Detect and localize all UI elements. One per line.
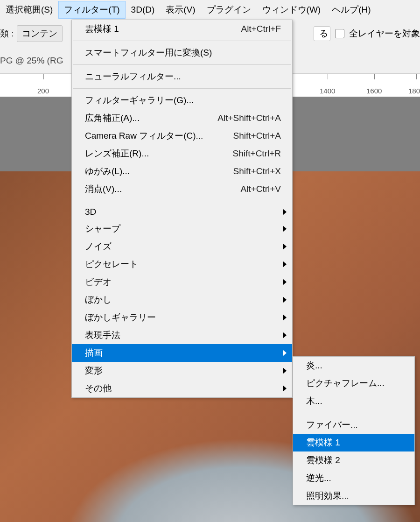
menu-separator	[73, 64, 291, 65]
menu-separator	[73, 201, 291, 201]
filter-distort-submenu[interactable]: 変形	[72, 362, 292, 380]
menu-label: シャープ	[85, 223, 120, 235]
ruler-tick: 1800	[408, 87, 420, 95]
menubar: 選択範囲(S) フィルター(T) 3D(D) 表示(V) プラグイン ウィンドウ…	[0, 0, 420, 20]
menu-label: スマートフィルター用に変換(S)	[85, 47, 212, 59]
ruler-tick: 1600	[366, 87, 382, 95]
all-layers-label: 全レイヤーを対象	[349, 28, 420, 40]
submenu-arrow-icon	[283, 279, 287, 285]
ruler-tick: 1400	[320, 87, 335, 95]
menu-shortcut: Shift+Ctrl+A	[233, 131, 281, 141]
menu-label: Camera Raw フィルター(C)...	[85, 130, 203, 142]
menu-shortcut: Shift+Ctrl+X	[233, 166, 281, 176]
menu-label: レンズ補正(R)...	[85, 148, 149, 160]
menu-label: ニューラルフィルター...	[85, 71, 181, 83]
filter-render-submenu[interactable]: 描画	[72, 344, 292, 362]
render-fibers[interactable]: ファイバー...	[293, 416, 414, 434]
submenu-arrow-icon	[283, 297, 287, 303]
menu-label: 表現手法	[85, 329, 120, 341]
document-title-text: PG @ 25% (RG	[0, 56, 63, 66]
menu-label: 雲模様 1	[85, 23, 119, 35]
menu-label: 描画	[85, 347, 103, 359]
menu-shortcut: Alt+Ctrl+V	[240, 184, 281, 194]
filter-last[interactable]: 雲模様 1 Alt+Ctrl+F	[72, 20, 292, 38]
menu-help[interactable]: ヘルプ(H)	[326, 1, 376, 19]
menu-filter[interactable]: フィルター(T)	[58, 1, 125, 19]
menu-plugins[interactable]: プラグイン	[201, 1, 257, 19]
filter-vanishing-point[interactable]: 消点(V)... Alt+Ctrl+V	[72, 180, 292, 198]
menu-view[interactable]: 表示(V)	[160, 1, 201, 19]
filter-other-submenu[interactable]: その他	[72, 380, 292, 397]
menu-label: 逆光...	[306, 472, 331, 484]
menu-label: 木...	[306, 395, 322, 407]
menu-label: 炎...	[306, 360, 322, 372]
menu-label: ノイズ	[85, 240, 112, 253]
submenu-arrow-icon	[283, 261, 287, 267]
render-clouds2[interactable]: 雲模様 2	[293, 451, 414, 469]
render-submenu: 炎... ピクチャフレーム... 木... ファイバー... 雲模様 1 雲模様…	[293, 356, 415, 505]
menu-label: 広角補正(A)...	[85, 112, 140, 124]
filter-blur-submenu[interactable]: ぼかし	[72, 291, 292, 309]
render-flame[interactable]: 炎...	[293, 357, 414, 374]
submenu-arrow-icon	[283, 368, 287, 374]
options-field-tail-text: る	[319, 28, 328, 40]
menu-label: ピクセレート	[85, 258, 138, 270]
render-tree[interactable]: 木...	[293, 392, 414, 410]
options-dropdown[interactable]: コンテン	[17, 25, 63, 42]
filter-noise-submenu[interactable]: ノイズ	[72, 238, 292, 255]
filter-stylize-submenu[interactable]: 表現手法	[72, 326, 292, 344]
filter-neural[interactable]: ニューラルフィルター...	[72, 68, 292, 85]
submenu-arrow-icon	[283, 226, 287, 232]
filter-sharpen-submenu[interactable]: シャープ	[72, 220, 292, 238]
menu-label: ピクチャフレーム...	[306, 377, 385, 389]
filter-lens-correction[interactable]: レンズ補正(R)... Shift+Ctrl+R	[72, 145, 292, 162]
menu-label: 変形	[85, 365, 103, 377]
render-clouds1[interactable]: 雲模様 1	[293, 434, 414, 451]
render-picture-frame[interactable]: ピクチャフレーム...	[293, 374, 414, 392]
submenu-arrow-icon	[283, 350, 287, 356]
menu-separator	[73, 88, 291, 89]
menu-window[interactable]: ウィンドウ(W)	[257, 1, 327, 19]
menu-label: 雲模様 1	[306, 437, 340, 449]
menu-label: ぼかし	[85, 294, 112, 306]
menu-label: 消点(V)...	[85, 183, 122, 195]
submenu-arrow-icon	[283, 315, 287, 320]
filter-dropdown: 雲模様 1 Alt+Ctrl+F スマートフィルター用に変換(S) ニューラルフ…	[71, 20, 293, 398]
menu-3d[interactable]: 3D(D)	[126, 2, 161, 18]
menu-separator	[73, 41, 291, 41]
menu-label: ビデオ	[85, 276, 112, 288]
menu-label: フィルターギャラリー(G)...	[85, 94, 194, 106]
menu-label: ゆがみ(L)...	[85, 165, 130, 177]
render-lighting[interactable]: 照明効果...	[293, 487, 414, 505]
menu-label: その他	[85, 382, 112, 395]
render-lens-flare[interactable]: 逆光...	[293, 469, 414, 487]
filter-liquify[interactable]: ゆがみ(L)... Shift+Ctrl+X	[72, 162, 292, 180]
filter-camera-raw[interactable]: Camera Raw フィルター(C)... Shift+Ctrl+A	[72, 127, 292, 145]
menu-shortcut: Alt+Ctrl+F	[241, 24, 281, 34]
menu-select[interactable]: 選択範囲(S)	[0, 1, 58, 19]
menu-shortcut: Shift+Ctrl+R	[233, 148, 281, 159]
menu-label: 3D	[85, 207, 96, 217]
filter-pixelate-submenu[interactable]: ピクセレート	[72, 255, 292, 273]
menu-separator	[294, 413, 413, 413]
submenu-arrow-icon	[283, 244, 287, 249]
ruler-tick: 200	[37, 87, 49, 95]
submenu-arrow-icon	[283, 209, 287, 215]
filter-video-submenu[interactable]: ビデオ	[72, 273, 292, 291]
submenu-arrow-icon	[283, 332, 287, 338]
menu-label: ぼかしギャラリー	[85, 311, 156, 324]
all-layers-checkbox[interactable]	[335, 29, 344, 38]
menu-label: 照明効果...	[306, 490, 349, 502]
menu-label: 雲模様 2	[306, 454, 340, 466]
filter-blur-gallery-submenu[interactable]: ぼかしギャラリー	[72, 309, 292, 326]
submenu-arrow-icon	[283, 386, 287, 391]
options-label: 類 :	[0, 28, 17, 40]
filter-wide-angle[interactable]: 広角補正(A)... Alt+Shift+Ctrl+A	[72, 109, 292, 127]
filter-gallery[interactable]: フィルターギャラリー(G)...	[72, 92, 292, 109]
filter-convert-smart[interactable]: スマートフィルター用に変換(S)	[72, 44, 292, 62]
menu-shortcut: Alt+Shift+Ctrl+A	[217, 113, 281, 123]
options-field-tail[interactable]: る	[314, 26, 330, 41]
menu-label: ファイバー...	[306, 419, 358, 431]
filter-3d-submenu[interactable]: 3D	[72, 204, 292, 220]
